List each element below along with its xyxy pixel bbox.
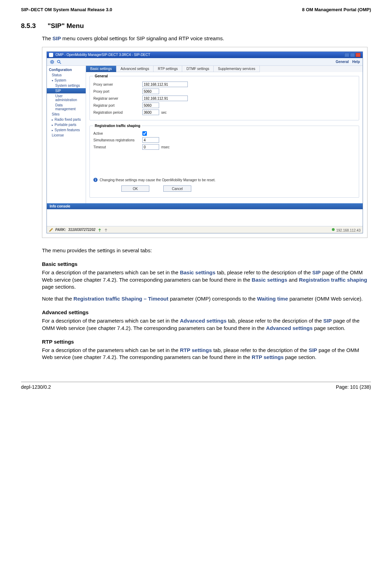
sidebar-header-configuration[interactable]: Configuration [47, 67, 86, 72]
top-toolbar: General Help [47, 58, 363, 66]
info-console-header[interactable]: Info console [47, 203, 363, 209]
rtp-settings-para: For a description of the parameters whic… [42, 347, 368, 361]
intro-paragraph: The SIP menu covers global settings for … [42, 35, 368, 41]
sidebar-item-sites[interactable]: Sites [47, 112, 86, 117]
status-ip: 192.168.112.43 [336, 228, 361, 232]
close-button[interactable] [356, 53, 361, 57]
advanced-settings-heading: Advanced settings [42, 309, 368, 315]
tab-rtp-settings[interactable]: RTP settings [154, 66, 182, 72]
registrar-server-input[interactable] [142, 96, 188, 101]
general-legend: General [93, 74, 109, 78]
cancel-button[interactable]: Cancel [163, 185, 191, 192]
sidebar-item-data-mgmt[interactable]: Data management [47, 103, 86, 112]
sidebar-item-license[interactable]: License [47, 133, 86, 138]
proxy-port-input[interactable] [142, 89, 159, 94]
pencil-icon [49, 228, 53, 232]
tab-dtmf-settings[interactable]: DTMF settings [182, 66, 214, 72]
registrar-port-label: Registrar port [93, 104, 142, 107]
menu-tabs-text: The menu provides the settings in severa… [42, 247, 368, 254]
svg-line-2 [60, 62, 61, 64]
status-bar: PARK: 31100307272202 192.168.11 [47, 226, 363, 233]
proxy-server-label: Proxy server [93, 83, 142, 86]
info-console-body [47, 209, 363, 226]
info-icon: i [93, 178, 98, 182]
footer-right: Page: 101 (238) [336, 384, 371, 390]
search-icon[interactable] [57, 59, 62, 64]
registration-period-input[interactable] [142, 110, 159, 115]
section-number: 8.5.3 [21, 22, 36, 30]
sidebar-nav: Configuration Status System System setti… [47, 66, 86, 203]
park-label: PARK: [55, 228, 66, 232]
rts-fieldset: Registration traffic shaping Active Simu… [90, 124, 359, 198]
sidebar-item-portable[interactable]: Portable parts [47, 122, 86, 127]
omp-window: OMP - OpenMobility ManagerSIP-DECT 3.0RC… [47, 51, 363, 233]
rts-timeout-input[interactable] [142, 144, 159, 150]
rtp-settings-heading: RTP settings [42, 339, 368, 345]
gear-icon[interactable] [50, 59, 55, 64]
svg-point-3 [332, 228, 335, 231]
rts-active-checkbox[interactable] [142, 131, 147, 136]
rts-legend: Registration traffic shaping [93, 124, 142, 128]
sidebar-item-user-admin[interactable]: User administration [47, 93, 86, 103]
registrar-server-label: Registrar server [93, 97, 142, 100]
tab-basic-settings[interactable]: Basic settings [86, 66, 116, 72]
rts-timeout-label: Timeout [93, 145, 142, 149]
general-link[interactable]: General [336, 60, 349, 64]
advanced-settings-para: For a description of the parameters whic… [42, 317, 368, 332]
doc-header-left: SIP–DECT OM System Manual Release 3.0 [21, 7, 112, 12]
rts-simul-input[interactable] [142, 137, 159, 143]
section-title: "SIP" Menu [48, 22, 84, 30]
reset-warning-text: Changing these settings may cause the Op… [100, 178, 215, 182]
svg-point-1 [57, 60, 60, 63]
sidebar-item-sip[interactable]: SIP [47, 88, 86, 93]
app-icon [49, 53, 53, 57]
antenna-grey-icon [104, 228, 108, 232]
omp-screenshot-figure: OMP - OpenMobility ManagerSIP-DECT 3.0RC… [42, 47, 368, 238]
network-icon [331, 227, 335, 232]
tab-bar: Basic settings Advanced settings RTP set… [86, 66, 363, 72]
basic-settings-para-1: For a description of the parameters whic… [42, 269, 368, 290]
rts-active-label: Active [93, 132, 142, 135]
sip-keyword: SIP [52, 35, 61, 41]
basic-settings-heading: Basic settings [42, 261, 368, 267]
antenna-green-icon [98, 228, 102, 232]
general-fieldset: General Proxy server Proxy port [90, 74, 359, 120]
tab-advanced-settings[interactable]: Advanced settings [116, 66, 154, 72]
maximize-button[interactable] [350, 53, 355, 57]
sidebar-item-sys-features[interactable]: System features [47, 127, 86, 133]
proxy-server-input[interactable] [142, 82, 188, 87]
footer-left: depl-1230/0.2 [21, 384, 51, 390]
ok-button[interactable]: OK [121, 185, 149, 192]
rts-simul-label: Simultaneous registrations [93, 138, 142, 142]
proxy-port-label: Proxy port [93, 90, 142, 93]
sidebar-item-system-settings[interactable]: System settings [47, 83, 86, 88]
registrar-port-input[interactable] [142, 103, 159, 108]
minimize-button[interactable] [344, 53, 349, 57]
footer-rule [21, 382, 371, 382]
sidebar-item-status[interactable]: Status [47, 72, 86, 78]
help-link[interactable]: Help [352, 60, 360, 64]
window-titlebar: OMP - OpenMobility ManagerSIP-DECT 3.0RC… [47, 52, 363, 58]
basic-settings-para-2: Note that the Registration traffic Shapi… [42, 295, 368, 302]
registration-period-unit: sec [161, 111, 167, 114]
window-title: OMP - OpenMobility ManagerSIP-DECT 3.0RC… [56, 53, 150, 57]
svg-point-0 [51, 61, 53, 63]
tab-supplementary-services[interactable]: Supplementary services [214, 66, 260, 72]
doc-header-right: 8 OM Management Portal (OMP) [302, 7, 371, 12]
rts-timeout-unit: msec [161, 145, 170, 149]
registration-period-label: Registration period [93, 111, 142, 114]
sidebar-item-radio-fixed[interactable]: Radio fixed parts [47, 117, 86, 122]
park-value: 31100307272202 [68, 228, 95, 232]
sidebar-item-system[interactable]: System [47, 78, 86, 83]
